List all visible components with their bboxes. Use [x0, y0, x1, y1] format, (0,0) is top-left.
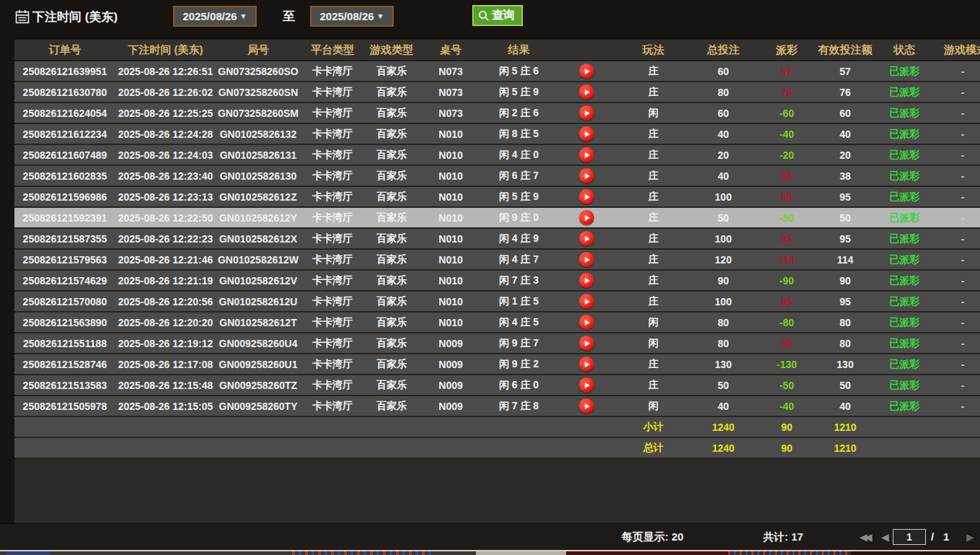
cell-play: 庄: [618, 375, 689, 395]
cell-order: 250826121592391: [14, 208, 115, 227]
play-video-icon[interactable]: [579, 315, 594, 330]
table-row[interactable]: 2508261216307802025-08-26 12:26:02GN0732…: [14, 82, 980, 103]
column-header: 状态: [875, 40, 934, 60]
cell-payout: 95: [758, 229, 816, 248]
play-video-icon[interactable]: [579, 64, 594, 79]
play-video-icon[interactable]: [579, 84, 594, 100]
table-row[interactable]: 2508261215059782025-08-26 12:15:05GN0092…: [14, 396, 980, 417]
cell-mode: -: [934, 166, 980, 185]
cell-payout: 76: [758, 82, 816, 102]
table-row[interactable]: 2508261216074892025-08-26 12:24:03GN0102…: [14, 145, 980, 166]
cell-play: 庄: [618, 145, 689, 165]
page-number-input[interactable]: [893, 529, 926, 545]
cell-status: 已派彩: [875, 333, 934, 353]
cell-time: 2025-08-26 12:26:51: [115, 61, 216, 81]
cell-play: 庄: [618, 124, 689, 144]
cell-order: 250826121574629: [14, 271, 115, 290]
cell-result: 闲 6 庄 7: [482, 166, 555, 185]
cell-valid: 114: [816, 250, 875, 269]
cell-mode: -: [934, 208, 980, 227]
table-row[interactable]: 2508261216028352025-08-26 12:23:40GN0102…: [14, 166, 980, 187]
cell-time: 2025-08-26 12:24:03: [115, 145, 216, 165]
play-video-icon[interactable]: [579, 147, 594, 162]
background-panel: [476, 551, 566, 555]
cell-payout: 95: [758, 292, 816, 311]
play-video-icon[interactable]: [579, 105, 594, 121]
cell-mode: -: [934, 250, 980, 269]
cell-platform: 卡卡湾厅: [301, 375, 364, 395]
cell-total: 100: [689, 292, 758, 311]
cell-game_type: 百家乐: [364, 396, 419, 416]
cell-order: 250826121612234: [14, 124, 115, 144]
table-row[interactable]: 2508261215135832025-08-26 12:15:48GN0092…: [14, 375, 980, 396]
cell-mode: -: [934, 187, 980, 206]
column-header: 游戏类型: [364, 40, 419, 60]
table-row[interactable]: 2508261216122342025-08-26 12:24:28GN0102…: [14, 124, 980, 145]
cell-game_type: 百家乐: [364, 166, 419, 185]
date-from-select[interactable]: 2025/08/26 ▼: [173, 6, 257, 27]
records-table: 订单号下注时间 (美东)局号平台类型游戏类型桌号结果玩法总投注派彩有效投注额状态…: [14, 40, 980, 524]
play-video-icon[interactable]: [579, 294, 594, 309]
summary-valid-bet: 1210: [816, 417, 875, 437]
table-row[interactable]: 2508261215873552025-08-26 12:22:23GN0102…: [14, 229, 980, 250]
play-video-icon[interactable]: [579, 168, 594, 183]
table-row[interactable]: 2508261215700802025-08-26 12:20:56GN0102…: [14, 292, 980, 313]
table-row[interactable]: 2508261216240542025-08-26 12:25:25GN0732…: [14, 103, 980, 124]
table-row[interactable]: 2508261215923912025-08-26 12:22:50GN0102…: [14, 208, 980, 229]
cell-table_no: N010: [419, 292, 482, 311]
table-row[interactable]: 2508261215511882025-08-26 12:19:12GN0092…: [14, 333, 980, 354]
play-video-icon[interactable]: [579, 126, 594, 141]
cell-order: 250826121587355: [14, 229, 115, 248]
cell-total: 40: [689, 166, 758, 185]
table-row[interactable]: 2508261216399512025-08-26 12:26:51GN0732…: [14, 61, 980, 82]
table-row[interactable]: 2508261215287462025-08-26 12:17:08GN0092…: [14, 354, 980, 375]
page-title: 下注时间 (美东): [32, 9, 118, 25]
table-row[interactable]: 2508261215969862025-08-26 12:23:13GN0102…: [14, 187, 980, 208]
summary-label: 小计: [618, 417, 689, 437]
play-video-icon[interactable]: [579, 189, 594, 204]
previous-page-button[interactable]: ◀: [881, 530, 889, 543]
cell-play: 庄: [618, 61, 689, 81]
cell-game_no: GN073258260SM: [216, 103, 301, 123]
play-video-icon[interactable]: [579, 231, 594, 246]
cell-total: 60: [689, 103, 758, 123]
summary-empty-cell: [216, 417, 301, 437]
table-row[interactable]: 2508261215638902025-08-26 12:20:20GN0102…: [14, 313, 980, 333]
play-video-icon[interactable]: [579, 252, 594, 267]
play-video-icon[interactable]: [579, 336, 594, 351]
cell-status: 已派彩: [875, 354, 934, 374]
cell-time: 2025-08-26 12:20:20: [115, 313, 216, 332]
cell-status: 已派彩: [875, 271, 934, 290]
cell-time: 2025-08-26 12:23:13: [115, 187, 216, 206]
play-video-icon[interactable]: [579, 398, 594, 414]
table-row[interactable]: 2508261215795632025-08-26 12:21:46GN0102…: [14, 250, 980, 271]
cell-game_type: 百家乐: [364, 124, 419, 144]
next-page-button[interactable]: ▶: [966, 530, 974, 543]
cell-total: 100: [689, 187, 758, 206]
play-video-icon[interactable]: [579, 357, 594, 372]
play-video-icon[interactable]: [579, 377, 594, 393]
cell-result: 闲 4 庄 7: [482, 250, 555, 269]
cell-valid: 130: [816, 354, 875, 374]
cell-valid: 95: [816, 229, 875, 248]
cell-status: 已派彩: [875, 124, 934, 144]
cell-order: 250826121624054: [14, 103, 115, 123]
cell-total: 20: [689, 145, 758, 165]
date-to-select[interactable]: 2025/08/26 ▼: [310, 6, 394, 27]
first-page-button[interactable]: ◀◀: [860, 530, 870, 543]
play-video-icon[interactable]: [579, 210, 594, 225]
search-button[interactable]: 查询: [472, 5, 523, 26]
cell-valid: 57: [816, 61, 875, 81]
summary-empty-cell: [14, 438, 115, 458]
cell-result: 闲 1 庄 5: [482, 292, 555, 311]
summary-empty-cell: [14, 417, 115, 437]
cell-play: 庄: [618, 229, 689, 248]
cell-platform: 卡卡湾厅: [301, 145, 364, 165]
cell-game_no: GN009258260TY: [216, 396, 301, 416]
cell-total: 90: [689, 271, 758, 290]
play-video-icon[interactable]: [579, 273, 594, 288]
search-button-label: 查询: [492, 8, 515, 23]
cell-play: 庄: [618, 250, 689, 269]
table-row[interactable]: 2508261215746292025-08-26 12:21:19GN0102…: [14, 271, 980, 292]
column-header: 玩法: [618, 40, 689, 60]
